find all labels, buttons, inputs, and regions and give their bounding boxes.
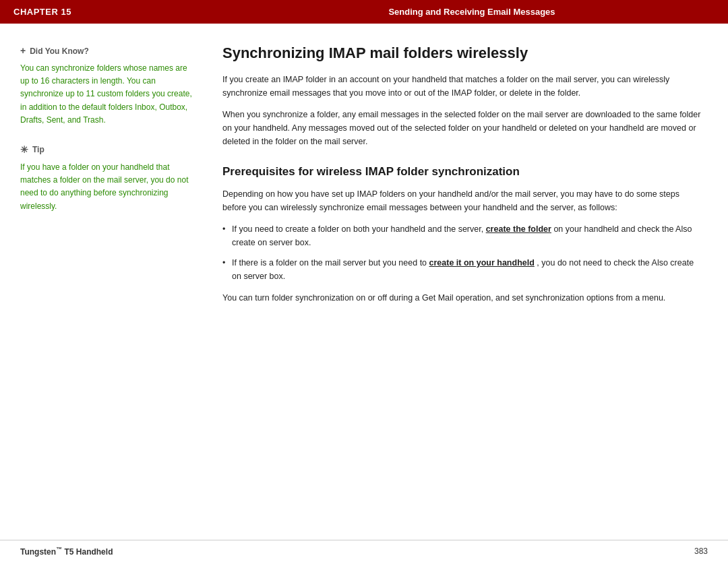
article: Synchronizing IMAP mail folders wireless… [209,24,728,540]
did-you-know-label: Did You Know? [30,45,89,57]
chapter-label: CHAPTER 15 [13,7,229,17]
article-para2: When you synchronize a folder, any email… [222,108,701,148]
section-title: Sending and Receiving Email Messages [229,7,715,17]
bullet2-link: create it on your handheld [429,258,535,268]
page-number: 383 [694,547,708,556]
prereq-intro: Depending on how you have set up IMAP fo… [222,187,701,214]
closing-para: You can turn folder synchronization on o… [222,291,701,305]
tip-text: If you have a folder on your handheld th… [20,161,195,213]
header-bar: CHAPTER 15 Sending and Receiving Email M… [0,0,728,24]
article-main-title: Synchronizing IMAP mail folders wireless… [222,44,701,63]
footer-brand: Tungsten™ T5 Handheld [20,546,113,557]
bullet-item-1: If you need to create a folder on both y… [222,222,701,249]
prereq-title: Prerequisites for wireless IMAP folder s… [222,164,701,179]
tip-section: ✳ Tip If you have a folder on your handh… [20,143,195,213]
bullet2-before: If there is a folder on the mail server … [232,258,427,268]
sidebar: + Did You Know? You can synchronize fold… [0,24,209,540]
did-you-know-section: + Did You Know? You can synchronize fold… [20,44,195,127]
tip-label: Tip [32,144,44,156]
main-content: + Did You Know? You can synchronize fold… [0,24,728,540]
did-you-know-header: + Did You Know? [20,44,195,58]
bullet1-link: create the folder [486,224,551,234]
asterisk-icon: ✳ [20,143,28,157]
did-you-know-text: You can synchronize folders whose names … [20,62,195,127]
article-para1: If you create an IMAP folder in an accou… [222,73,701,100]
plus-icon: + [20,44,26,58]
footer: Tungsten™ T5 Handheld 383 [0,540,728,562]
bullet-item-2: If there is a folder on the mail server … [222,256,701,283]
bullet1-before: If you need to create a folder on both y… [232,224,483,234]
brand-text: Tungsten™ T5 Handheld [20,547,113,557]
tip-header: ✳ Tip [20,143,195,157]
bullet-list: If you need to create a folder on both y… [222,222,701,283]
